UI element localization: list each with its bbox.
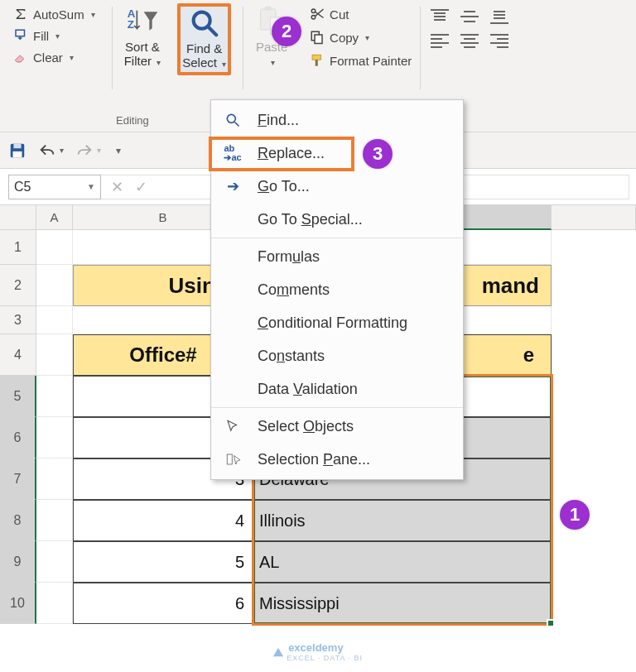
cell-b9[interactable]: 5 bbox=[73, 541, 253, 583]
find-select-label-1: Find & bbox=[186, 41, 222, 55]
align-top-icon[interactable] bbox=[429, 8, 450, 26]
row-header[interactable]: 4 bbox=[0, 334, 36, 376]
row-header[interactable]: 2 bbox=[0, 265, 36, 306]
cell-c10[interactable]: Mississippi bbox=[253, 583, 552, 624]
editing-group-label: Editing bbox=[116, 114, 149, 127]
row-header[interactable]: 3 bbox=[0, 306, 36, 334]
cell[interactable] bbox=[36, 458, 73, 500]
row-header[interactable]: 6 bbox=[0, 417, 36, 458]
menu-goto-special[interactable]: Go To Special... bbox=[211, 203, 463, 236]
editing-group: AutoSum ▾ Fill ▾ Clear ▾ bbox=[5, 3, 104, 132]
menu-label: Data Validation bbox=[258, 381, 358, 398]
find-select-label-2: Select bbox=[182, 55, 217, 70]
find-select-menu: Find... ab➔ac Replace... ➔ Go To... Go T… bbox=[210, 99, 464, 480]
cell[interactable] bbox=[36, 265, 73, 306]
svg-rect-0 bbox=[16, 30, 25, 36]
cell[interactable] bbox=[36, 500, 73, 541]
menu-label: Formulas bbox=[258, 248, 320, 266]
row-8: 8 4 Illinois bbox=[0, 500, 636, 541]
cell[interactable] bbox=[36, 417, 73, 458]
svg-rect-17 bbox=[227, 454, 232, 464]
row-header[interactable]: 7 bbox=[0, 458, 36, 500]
magnifier-icon bbox=[188, 7, 221, 40]
name-box-value: C5 bbox=[14, 180, 31, 194]
menu-constants[interactable]: Constants bbox=[211, 339, 463, 372]
sort-filter-button[interactable]: A Z Sort &Filter ▾ bbox=[119, 3, 166, 70]
clear-button[interactable]: Clear ▾ bbox=[8, 46, 79, 68]
cell-c9[interactable]: AL bbox=[253, 541, 552, 583]
table-header-office-label: Office# bbox=[129, 343, 196, 367]
table-header-state-suffix: e bbox=[523, 343, 534, 367]
menu-label: Constants bbox=[258, 348, 325, 365]
row-header[interactable]: 8 bbox=[0, 500, 36, 541]
replace-icon: ab➔ac bbox=[223, 144, 243, 162]
menu-select-objects[interactable]: Select Objects bbox=[211, 410, 463, 443]
menu-conditional-formatting[interactable]: Conditional Formatting bbox=[211, 306, 463, 339]
menu-separator bbox=[211, 238, 463, 238]
cut-button[interactable]: Cut bbox=[305, 3, 417, 25]
chevron-down-icon: ▾ bbox=[55, 31, 60, 41]
name-box[interactable]: C5 ▼ bbox=[8, 175, 101, 199]
col-header-a[interactable]: A bbox=[36, 205, 73, 230]
chevron-down-icon[interactable]: ▼ bbox=[87, 182, 95, 191]
cell-b10[interactable]: 6 bbox=[73, 583, 253, 624]
sort-filter-label-1: Sort & bbox=[125, 40, 160, 54]
menu-label: Selection Pane... bbox=[258, 451, 370, 468]
find-select-button[interactable]: Find &Select ▾ bbox=[177, 3, 231, 75]
cell[interactable] bbox=[36, 334, 73, 376]
align-middle-icon[interactable] bbox=[459, 8, 480, 26]
format-painter-button[interactable]: Format Painter bbox=[305, 50, 417, 71]
cell[interactable] bbox=[36, 541, 73, 583]
undo-icon[interactable] bbox=[38, 142, 56, 160]
customize-qat-icon[interactable]: ▾ bbox=[116, 145, 121, 156]
menu-label: Replace... bbox=[258, 145, 325, 162]
menu-separator bbox=[211, 407, 463, 408]
svg-rect-5 bbox=[265, 7, 272, 11]
select-all-corner[interactable] bbox=[0, 205, 36, 230]
cell[interactable] bbox=[36, 306, 73, 334]
menu-comments[interactable]: Comments bbox=[211, 273, 463, 306]
row-header[interactable]: 1 bbox=[0, 230, 36, 265]
menu-goto[interactable]: ➔ Go To... bbox=[211, 170, 463, 203]
menu-label: Find... bbox=[258, 112, 299, 129]
row-header[interactable]: 10 bbox=[0, 583, 36, 624]
align-bottom-icon[interactable] bbox=[489, 8, 510, 26]
cell[interactable] bbox=[36, 230, 73, 265]
cell[interactable] bbox=[552, 230, 636, 265]
cell-b8[interactable]: 4 bbox=[73, 500, 253, 541]
align-right-icon[interactable] bbox=[489, 31, 510, 50]
cell[interactable] bbox=[36, 376, 73, 417]
menu-selection-pane[interactable]: Selection Pane... bbox=[211, 443, 463, 476]
row-header[interactable]: 5 bbox=[0, 376, 36, 417]
cell-value: 5 bbox=[235, 553, 244, 572]
cell[interactable] bbox=[36, 583, 73, 624]
fill-down-icon bbox=[13, 28, 28, 43]
fill-handle[interactable] bbox=[547, 619, 555, 627]
menu-find[interactable]: Find... bbox=[211, 103, 463, 137]
menu-replace[interactable]: ab➔ac Replace... bbox=[211, 137, 463, 170]
row-header[interactable]: 9 bbox=[0, 541, 36, 583]
menu-label: Go To... bbox=[258, 178, 310, 195]
align-left-icon[interactable] bbox=[429, 31, 450, 50]
fill-button[interactable]: Fill ▾ bbox=[8, 25, 65, 46]
watermark-name: exceldemy bbox=[288, 641, 363, 654]
menu-formulas[interactable]: Formulas bbox=[211, 240, 463, 273]
save-icon[interactable] bbox=[8, 142, 26, 160]
redo-icon[interactable] bbox=[75, 142, 94, 160]
sort-filter-label-2: Filter bbox=[124, 54, 152, 68]
chevron-down-icon: ▾ bbox=[91, 10, 95, 19]
autosum-button[interactable]: AutoSum ▾ bbox=[8, 3, 100, 25]
align-center-icon[interactable] bbox=[459, 31, 480, 50]
watermark: exceldemy EXCEL · DATA · BI bbox=[272, 641, 363, 662]
chevron-down-icon: ▾ bbox=[70, 53, 74, 62]
copy-button[interactable]: Copy ▾ bbox=[305, 26, 417, 48]
chevron-down-icon[interactable]: ▾ bbox=[60, 146, 64, 155]
menu-data-validation[interactable]: Data Validation bbox=[211, 372, 463, 406]
sort-filter-group: A Z Sort &Filter ▾ bbox=[116, 3, 170, 132]
menu-label: Conditional Formatting bbox=[258, 314, 407, 332]
title-text-right: mand bbox=[482, 273, 539, 299]
chevron-down-icon[interactable]: ▾ bbox=[97, 146, 101, 155]
chevron-down-icon: ▾ bbox=[271, 58, 275, 67]
cell-c8[interactable]: Illinois bbox=[253, 500, 552, 541]
watermark-sub: EXCEL · DATA · BI bbox=[287, 654, 363, 662]
